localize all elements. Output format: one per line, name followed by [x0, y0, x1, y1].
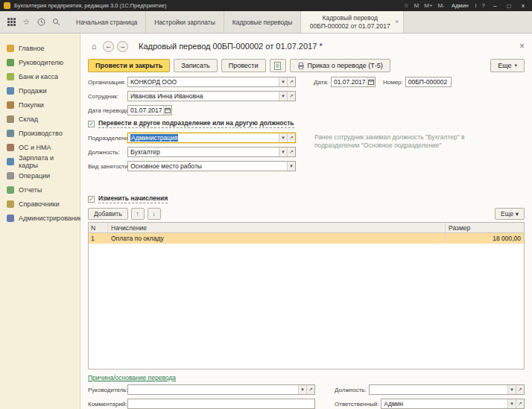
close-form-icon[interactable]: × [519, 41, 525, 51]
responsible-field[interactable]: Админ ▾ ↗ [381, 399, 525, 409]
main-menu-icon[interactable] [5, 16, 18, 28]
manager-position-dropdown-icon[interactable]: ▾ [507, 385, 516, 394]
save-button[interactable]: Записать [174, 59, 217, 72]
transfer-reason-link[interactable]: Причина/основание перевода [88, 374, 176, 381]
doc-number-field[interactable]: 00БП-000002 [405, 77, 452, 87]
memory-icon[interactable]: M [414, 3, 420, 9]
manager-position-open-icon[interactable]: ↗ [516, 385, 524, 394]
help-icon[interactable]: ? [481, 3, 486, 9]
add-row-button[interactable]: Добавить [88, 208, 128, 220]
favorites-icon[interactable]: ☆ [20, 16, 33, 28]
minimize-button[interactable]: – [490, 2, 500, 10]
doc-date-calendar-icon[interactable] [367, 77, 375, 86]
position-dropdown-icon[interactable]: ▾ [279, 148, 287, 156]
memory-plus-icon[interactable]: M+ [423, 3, 433, 9]
move-up-button[interactable]: ↑ [131, 208, 145, 220]
sidebar-item-warehouse[interactable]: Склад [0, 112, 80, 126]
sidebar-item-operations[interactable]: Операции [0, 168, 80, 183]
transfer-date-field[interactable]: 01.07.2017 [127, 105, 172, 115]
employee-field[interactable]: Иванова Инна Ивановна ▾ ↗ [127, 91, 296, 101]
sidebar-item-manager[interactable]: Руководителю [0, 55, 80, 69]
sidebar-item-bank-cash[interactable]: Банк и касса [0, 69, 80, 83]
memory-minus-icon[interactable]: M- [437, 3, 446, 9]
tab-salary-settings[interactable]: Настройки зарплаты [146, 11, 224, 33]
sidebar-item-administration[interactable]: Администрирование [0, 211, 80, 225]
sidebar-item-fixed-assets[interactable]: ОС и НМА [0, 140, 80, 154]
position-label: Должность: [88, 149, 127, 156]
table-empty-area[interactable] [89, 244, 524, 369]
transfer-order-button[interactable]: Приказ о переводе (Т-5) [290, 59, 390, 72]
organization-open-icon[interactable]: ↗ [287, 77, 295, 86]
sidebar-item-production[interactable]: Производство [0, 126, 80, 140]
more-button[interactable]: Еще▾ [490, 59, 525, 72]
maximize-button[interactable]: □ [504, 2, 514, 10]
col-n-header[interactable]: N [89, 223, 108, 232]
show-postings-button[interactable] [270, 59, 286, 72]
comment-field[interactable] [127, 399, 315, 409]
col-accrual-header[interactable]: Начисление [108, 223, 446, 232]
employment-field[interactable]: Основное место работы ▾ [127, 161, 296, 171]
department-dropdown-icon[interactable]: ▾ [279, 133, 287, 142]
move-down-button[interactable]: ↓ [148, 208, 161, 220]
post-button[interactable]: Провести [221, 59, 266, 72]
tab-bar: ☆ Начальная страница Настройки зарплаты … [0, 11, 532, 34]
employment-dropdown-icon[interactable]: ▾ [287, 162, 295, 171]
transfer-group-label[interactable]: Перевести в другое подразделение или на … [98, 119, 294, 128]
doc-date-field[interactable]: 01.07.2017 [331, 77, 376, 87]
info-icon[interactable]: i [475, 3, 478, 9]
home-nav-icon[interactable]: ⌂ [88, 40, 100, 52]
responsible-dropdown-icon[interactable]: ▾ [507, 399, 516, 408]
history-icon[interactable] [35, 16, 48, 28]
employee-label: Сотрудник: [88, 93, 127, 100]
responsible-open-icon[interactable]: ↗ [516, 399, 524, 408]
accruals-checkbox[interactable]: ✓ [88, 196, 95, 203]
manager-dropdown-icon[interactable]: ▾ [298, 385, 306, 394]
tab-personnel-transfer-doc[interactable]: Кадровый перевод 00БП-000002 от 01.07.20… [301, 11, 404, 33]
manager-position-field[interactable]: ▾ ↗ [369, 384, 525, 395]
reports-icon [7, 186, 14, 194]
organization-field[interactable]: КОНКОРД ООО ▾ ↗ [127, 77, 296, 87]
position-field[interactable]: Бухгалтер ▾ ↗ [127, 147, 296, 157]
list-more-button[interactable]: Еще ▾ [495, 208, 525, 220]
command-bar: Провести и закрыть Записать Провести При… [88, 59, 525, 72]
window-close-button[interactable]: × [518, 2, 528, 10]
purchases-icon [7, 101, 14, 109]
employee-dropdown-icon[interactable]: ▾ [279, 92, 287, 101]
manager-field[interactable]: ▾ ↗ [127, 384, 315, 395]
post-and-close-button[interactable]: Провести и закрыть [88, 59, 170, 72]
tab-close-icon[interactable]: × [395, 18, 399, 26]
employee-open-icon[interactable]: ↗ [287, 92, 295, 101]
home-icon [7, 45, 14, 52]
search-icon[interactable] [50, 16, 63, 28]
transfer-group-toggle[interactable]: ✓ Перевести в другое подразделение или н… [88, 119, 525, 128]
organization-dropdown-icon[interactable]: ▾ [279, 77, 287, 86]
accruals-group-toggle[interactable]: ✓ Изменить начисления [88, 194, 525, 203]
tab-personnel-transfers[interactable]: Кадровые переводы [224, 11, 302, 33]
app-window: Бухгалтерия предприятия, редакция 3.0 (1… [0, 0, 532, 409]
sidebar-item-payroll-hr[interactable]: Зарплата и кадры [0, 154, 80, 168]
position-open-icon[interactable]: ↗ [287, 148, 295, 156]
current-user[interactable]: Админ [452, 2, 469, 9]
fixed-assets-icon [7, 144, 14, 151]
directories-icon [7, 200, 14, 208]
sidebar-item-reports[interactable]: Отчеты [0, 183, 80, 197]
department-field[interactable]: Администрация ▾ ↗ [127, 133, 296, 143]
bank-icon [7, 73, 14, 80]
forward-icon[interactable]: → [117, 41, 128, 52]
quick-panel: ☆ [0, 11, 68, 33]
back-icon[interactable]: ← [103, 41, 114, 52]
accruals-group-label[interactable]: Изменить начисления [98, 194, 168, 203]
sidebar-item-purchases[interactable]: Покупки [0, 98, 80, 112]
table-row[interactable]: 1 Оплата по окладу 18 000,00 [89, 233, 524, 244]
sidebar-item-sales[interactable]: Продажи [0, 83, 80, 98]
sidebar-item-directories[interactable]: Справочники [0, 197, 80, 211]
transfer-date-calendar-icon[interactable] [163, 106, 171, 115]
accruals-table: N Начисление Размер 1 Оплата по окладу 1… [88, 222, 525, 370]
sidebar-item-main[interactable]: Главное [0, 41, 80, 55]
favorites-star-icon[interactable]: ☆ [402, 3, 409, 9]
tab-home[interactable]: Начальная страница [68, 11, 146, 33]
department-open-icon[interactable]: ↗ [287, 133, 295, 142]
manager-open-icon[interactable]: ↗ [306, 385, 314, 394]
col-amount-header[interactable]: Размер [446, 223, 524, 232]
transfer-checkbox[interactable]: ✓ [88, 121, 95, 127]
